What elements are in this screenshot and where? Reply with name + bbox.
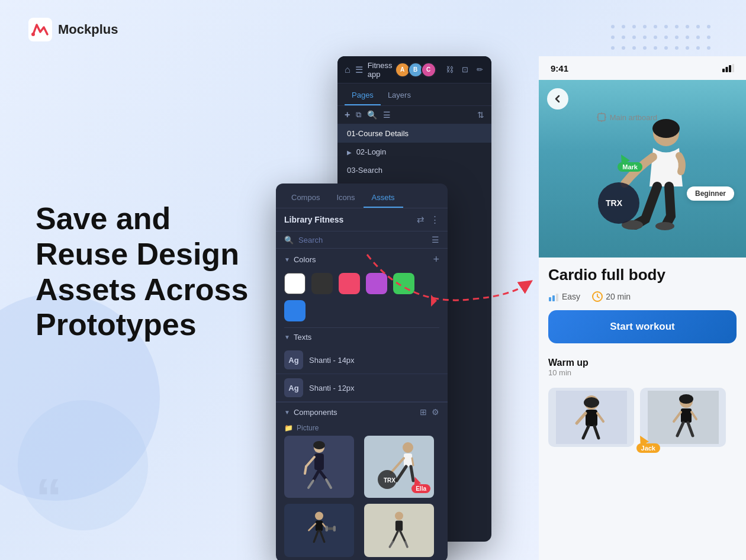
svg-rect-85	[549, 297, 551, 301]
svg-point-21	[707, 36, 710, 39]
tab-compos[interactable]: Compos	[283, 188, 328, 208]
text-item-14px[interactable]: Ag Shanti - 14px	[276, 346, 448, 374]
page-item-course-details[interactable]: 01-Course Details	[337, 124, 491, 143]
swap-icon[interactable]: ⇄	[417, 214, 425, 225]
tab-layers[interactable]: Layers	[381, 86, 418, 105]
text-label-2: Shanti - 12px	[309, 384, 355, 392]
add-component-icon[interactable]: ⊞	[420, 407, 427, 417]
thumb-figure-1	[556, 391, 627, 444]
phone-time: 9:41	[551, 63, 568, 73]
svg-rect-43	[314, 453, 324, 470]
swatch-green[interactable]	[393, 273, 414, 294]
swatch-purple[interactable]	[366, 273, 387, 294]
svg-point-81	[655, 222, 674, 230]
swatch-blue[interactable]	[284, 300, 306, 321]
colors-section-header[interactable]: ▼ Colors +	[276, 249, 448, 271]
artboard-label: Main artboard	[597, 112, 657, 122]
component-thumb-3[interactable]	[284, 504, 354, 557]
warmup-section: Warm up 10 min	[539, 353, 746, 382]
thumb-card-1[interactable]	[548, 388, 634, 447]
artboard-icon	[597, 112, 606, 122]
settings-component-icon[interactable]: ⚙	[432, 407, 439, 417]
warmup-time: 10 min	[548, 368, 589, 377]
swatch-black[interactable]	[311, 273, 333, 294]
difficulty-meta: Easy	[548, 291, 580, 302]
add-page-icon[interactable]: +	[345, 110, 350, 120]
tab-assets[interactable]: Assets	[364, 188, 403, 208]
swatch-white[interactable]	[284, 273, 306, 294]
svg-rect-60	[316, 520, 323, 531]
svg-point-9	[686, 25, 689, 28]
colors-arrow-icon: ▼	[284, 256, 290, 263]
components-icons: ⊞ ⚙	[420, 407, 439, 417]
tab-pages[interactable]: Pages	[345, 86, 381, 105]
back-arrow-button[interactable]	[547, 88, 568, 110]
hero-title: Save and Reuse Design Assets Across Prot…	[36, 201, 284, 343]
phone-signal	[722, 64, 734, 72]
text-item-12px[interactable]: Ag Shanti - 12px	[276, 374, 448, 402]
svg-point-15	[643, 36, 647, 39]
svg-point-14	[632, 36, 636, 39]
svg-rect-77	[732, 64, 735, 72]
svg-point-20	[696, 36, 700, 39]
assets-library-header: Library Fitness ⇄ ⋮	[276, 208, 448, 231]
link-icon[interactable]: ⛓	[446, 65, 454, 74]
svg-point-91	[584, 397, 599, 408]
search-input[interactable]	[298, 236, 427, 244]
svg-point-18	[675, 36, 679, 39]
more-icon[interactable]: ⋮	[430, 214, 439, 225]
search-pages-icon[interactable]: 🔍	[367, 110, 377, 120]
sort-icon[interactable]: ☰	[383, 110, 391, 120]
text-thumb-1: Ag	[284, 350, 303, 369]
component-thumb-ball[interactable]: TRX Ella	[364, 436, 434, 498]
color-swatches	[276, 271, 448, 327]
components-section-header[interactable]: ▼ Components ⊞ ⚙	[276, 402, 448, 421]
page-expand-arrow: ▶	[347, 149, 352, 156]
component-thumb-squat[interactable]	[284, 436, 354, 498]
svg-text:TRX: TRX	[606, 198, 623, 208]
svg-point-19	[686, 36, 689, 39]
svg-line-49	[326, 479, 331, 488]
pages-toolbar: + ⧉ 🔍 ☰ ⇅	[337, 106, 491, 124]
library-title: Library Fitness	[284, 215, 343, 224]
swatch-pink[interactable]	[339, 273, 360, 294]
page-item-login[interactable]: ▶ 02-Login	[337, 143, 491, 161]
svg-rect-87	[556, 294, 558, 301]
svg-text:TRX: TRX	[384, 477, 395, 484]
svg-line-46	[313, 470, 319, 481]
svg-rect-76	[729, 65, 731, 72]
page-item-search[interactable]: 03-Search	[337, 161, 491, 179]
menu-icon[interactable]: ☰	[355, 65, 363, 75]
svg-point-30	[696, 46, 700, 50]
tab-icons[interactable]: Icons	[328, 188, 363, 208]
text-label-1: Shanti - 14px	[309, 356, 355, 365]
svg-point-7	[664, 25, 668, 28]
frame-icon[interactable]: ⊡	[462, 65, 468, 74]
signal-bars-icon	[722, 64, 734, 72]
avatar-3: C	[421, 62, 436, 78]
texts-section-header[interactable]: ▼ Texts	[276, 328, 448, 346]
svg-point-31	[707, 46, 710, 50]
svg-point-5	[643, 25, 647, 28]
svg-line-55	[397, 466, 406, 481]
list-view-icon[interactable]: ☰	[432, 235, 439, 244]
svg-rect-52	[404, 453, 412, 466]
svg-line-48	[319, 470, 326, 479]
component-thumb-4[interactable]	[364, 504, 434, 557]
texts-arrow-icon: ▼	[284, 334, 290, 340]
svg-point-1	[31, 33, 35, 36]
header: Mockplus	[28, 18, 118, 41]
pen-icon[interactable]: ✏	[477, 65, 483, 74]
difficulty-icon	[548, 291, 559, 302]
duration-label: 20 min	[606, 292, 631, 301]
add-color-icon[interactable]: +	[433, 253, 439, 266]
svg-line-45	[305, 466, 306, 474]
sync-icon[interactable]: ⇅	[477, 110, 484, 120]
svg-point-16	[654, 36, 657, 39]
warmup-title: Warm up	[548, 358, 589, 368]
figure-4	[378, 507, 420, 554]
duplicate-page-icon[interactable]: ⧉	[356, 110, 361, 120]
svg-point-3	[622, 25, 625, 28]
home-icon[interactable]: ⌂	[345, 65, 351, 75]
start-workout-button[interactable]: Start workout	[548, 310, 737, 343]
